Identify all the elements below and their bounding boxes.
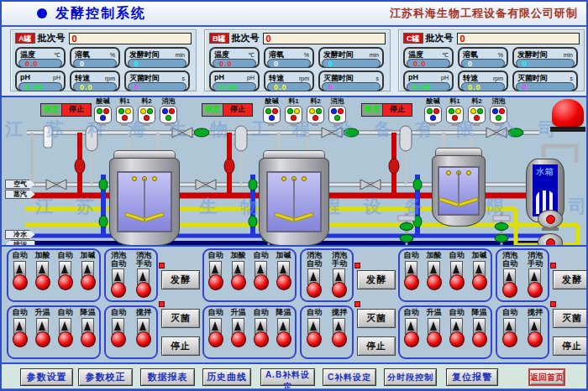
toggle-switch[interactable] bbox=[329, 318, 349, 352]
toggle-switch[interactable] bbox=[500, 268, 520, 302]
sterilize-button[interactable]: 灭菌 bbox=[553, 309, 588, 328]
toggle-switch[interactable] bbox=[55, 318, 76, 352]
sterilize-button[interactable]: 灭菌 bbox=[357, 309, 396, 328]
batch-number-field[interactable]: 0 bbox=[69, 33, 192, 44]
toggle-switch[interactable] bbox=[33, 261, 53, 295]
toggle-switch[interactable] bbox=[424, 318, 444, 352]
toggle-switch[interactable] bbox=[447, 318, 467, 352]
control-switch[interactable]: 搅拌 bbox=[133, 309, 155, 352]
toggle-switch[interactable] bbox=[251, 318, 271, 352]
valve-cluster-icon[interactable] bbox=[94, 106, 112, 123]
c-feed-setting-button[interactable]: C补料设定 bbox=[323, 368, 376, 386]
control-switch[interactable]: 加酸 bbox=[228, 252, 249, 295]
toggle-switch[interactable] bbox=[525, 268, 545, 302]
control-switch[interactable]: 加碱 bbox=[273, 252, 295, 295]
control-switch[interactable]: 自动 bbox=[401, 309, 423, 352]
control-switch[interactable]: 自动 bbox=[250, 252, 272, 295]
control-switch[interactable]: 升温 bbox=[32, 309, 54, 352]
toggle-switch[interactable] bbox=[206, 261, 226, 295]
sterilize-button[interactable]: 灭菌 bbox=[161, 309, 200, 328]
toggle-switch[interactable] bbox=[470, 261, 490, 295]
toggle-switch[interactable] bbox=[78, 261, 98, 295]
control-switch[interactable]: 自动 bbox=[205, 252, 227, 295]
control-switch[interactable]: 自动 bbox=[401, 252, 423, 295]
control-switch[interactable]: 搅拌 bbox=[524, 309, 546, 352]
toggle-switch[interactable] bbox=[402, 261, 422, 295]
toggle-switch[interactable] bbox=[424, 261, 444, 295]
toggle-switch[interactable] bbox=[251, 261, 271, 295]
toggle-switch[interactable] bbox=[206, 318, 226, 352]
history-curve-button[interactable]: 历史曲线 bbox=[202, 368, 251, 386]
toggle-switch[interactable] bbox=[525, 318, 545, 352]
control-switch[interactable]: 消泡手动 bbox=[524, 252, 546, 302]
control-switch[interactable]: 自动 bbox=[9, 252, 31, 295]
control-switch[interactable]: 加酸 bbox=[423, 252, 445, 295]
control-switch[interactable]: 自动 bbox=[9, 309, 31, 352]
ferment-button[interactable]: 发酵 bbox=[553, 270, 588, 289]
control-switch[interactable]: 降温 bbox=[273, 309, 295, 352]
toggle-switch[interactable] bbox=[274, 318, 294, 352]
toggle-switch[interactable] bbox=[500, 318, 520, 352]
batch-number-field[interactable]: 0 bbox=[263, 33, 386, 44]
control-switch[interactable]: 升温 bbox=[228, 309, 249, 352]
param-settings-button[interactable]: 参数设置 bbox=[20, 368, 73, 386]
valve-cluster-icon[interactable] bbox=[307, 106, 324, 123]
control-switch[interactable]: 自动 bbox=[303, 309, 325, 352]
batch-number-field[interactable]: 0 bbox=[457, 33, 580, 44]
control-switch[interactable]: 消泡自动 bbox=[499, 252, 521, 302]
toggle-switch[interactable] bbox=[78, 318, 98, 352]
control-switch[interactable]: 降温 bbox=[469, 309, 491, 352]
control-switch[interactable]: 自动 bbox=[108, 309, 129, 352]
toggle-switch[interactable] bbox=[447, 261, 467, 295]
control-switch[interactable]: 自动 bbox=[55, 309, 76, 352]
reset-alarm-button[interactable]: 复位报警 bbox=[446, 368, 498, 386]
valve-cluster-icon[interactable] bbox=[263, 106, 281, 123]
toggle-switch[interactable] bbox=[33, 318, 53, 352]
toggle-switch[interactable] bbox=[304, 268, 324, 302]
toggle-switch[interactable] bbox=[228, 261, 249, 295]
control-switch[interactable]: 降温 bbox=[77, 309, 99, 352]
control-switch[interactable]: 消泡手动 bbox=[133, 252, 155, 302]
toggle-switch[interactable] bbox=[10, 318, 30, 352]
toggle-switch[interactable] bbox=[108, 318, 129, 352]
control-switch[interactable]: 自动 bbox=[250, 309, 272, 352]
data-report-button[interactable]: 数据报表 bbox=[140, 368, 195, 386]
toggle-switch[interactable] bbox=[304, 318, 324, 352]
control-switch[interactable]: 自动 bbox=[446, 309, 468, 352]
toggle-switch[interactable] bbox=[108, 268, 129, 302]
control-switch[interactable]: 自动 bbox=[446, 252, 468, 295]
valve-cluster-icon[interactable] bbox=[424, 106, 442, 123]
param-calibration-button[interactable]: 参数校正 bbox=[78, 368, 133, 386]
valve-cluster-icon[interactable] bbox=[468, 106, 486, 123]
toggle-switch[interactable] bbox=[134, 268, 154, 302]
toggle-switch[interactable] bbox=[329, 268, 349, 302]
control-switch[interactable]: 搅拌 bbox=[328, 309, 350, 352]
return-home-button[interactable]: 返回首页 bbox=[528, 368, 565, 386]
ferment-button[interactable]: 发酵 bbox=[357, 270, 396, 289]
toggle-switch[interactable] bbox=[274, 261, 294, 295]
toggle-switch[interactable] bbox=[470, 318, 490, 352]
valve-cluster-icon[interactable] bbox=[285, 106, 302, 123]
control-switch[interactable]: 自动 bbox=[499, 309, 521, 352]
time-period-control-button[interactable]: 分时段控制 bbox=[384, 368, 437, 386]
valve-cluster-icon[interactable] bbox=[328, 106, 346, 123]
control-switch[interactable]: 消泡手动 bbox=[328, 252, 350, 302]
ferment-button[interactable]: 发酵 bbox=[161, 270, 200, 289]
control-switch[interactable]: 自动 bbox=[205, 309, 227, 352]
toggle-switch[interactable] bbox=[10, 261, 30, 295]
valve-cluster-icon[interactable] bbox=[490, 106, 507, 123]
stop-button[interactable]: 停止 bbox=[357, 336, 396, 356]
control-switch[interactable]: 加酸 bbox=[32, 252, 54, 295]
toggle-switch[interactable] bbox=[228, 318, 249, 352]
valve-cluster-icon[interactable] bbox=[116, 106, 134, 123]
control-switch[interactable]: 消泡自动 bbox=[303, 252, 325, 302]
valve-cluster-icon[interactable] bbox=[138, 106, 155, 123]
control-switch[interactable]: 消泡自动 bbox=[108, 252, 129, 302]
valve-cluster-icon[interactable] bbox=[446, 106, 464, 123]
toggle-switch[interactable] bbox=[55, 261, 76, 295]
stop-button[interactable]: 停止 bbox=[161, 336, 200, 356]
toggle-switch[interactable] bbox=[402, 318, 422, 352]
stop-button[interactable]: 停止 bbox=[553, 336, 588, 356]
control-switch[interactable]: 加碱 bbox=[77, 252, 99, 295]
toggle-switch[interactable] bbox=[134, 318, 154, 352]
